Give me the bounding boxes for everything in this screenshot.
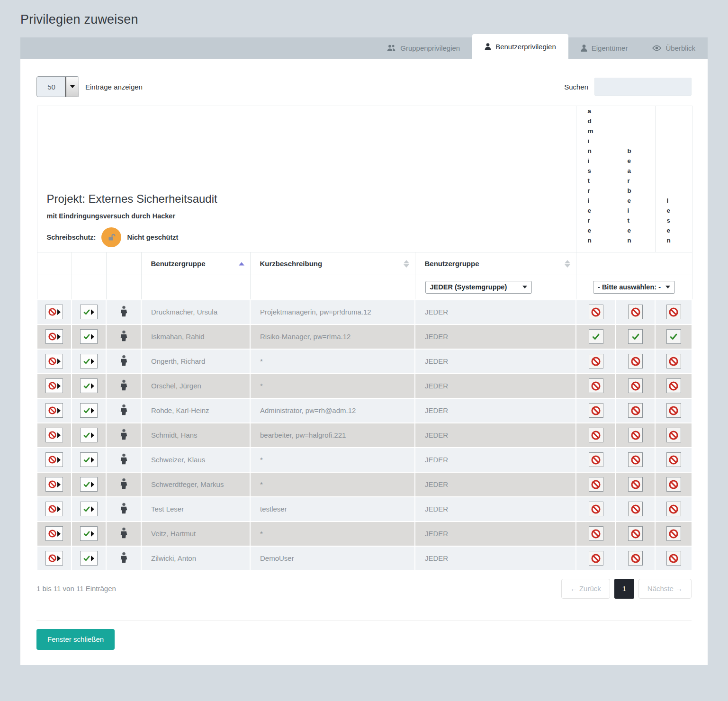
apply-arrow-icon [91, 309, 94, 315]
allow-all-row-button[interactable] [80, 502, 98, 516]
allow-all-row-button[interactable] [80, 329, 98, 344]
user-detail-button[interactable] [120, 379, 127, 391]
privilege-bearbeiten-toggle[interactable] [628, 305, 643, 319]
privilege-bearbeiten-toggle[interactable] [628, 526, 643, 541]
deny-all-row-button[interactable] [45, 354, 63, 368]
user-detail-button[interactable] [120, 404, 127, 415]
privilege-lesen-toggle[interactable] [666, 354, 681, 368]
privilege-administrieren-toggle[interactable] [589, 329, 603, 344]
privilege-filter-select[interactable]: - Bitte auswählen: - [593, 281, 675, 294]
privilege-administrieren-toggle[interactable] [589, 403, 603, 418]
allow-all-row-button[interactable] [80, 428, 98, 442]
privilege-lesen-toggle[interactable] [666, 502, 681, 516]
allow-all-row-button[interactable] [80, 477, 98, 492]
apply-arrow-icon [91, 334, 94, 340]
privilege-administrieren-toggle[interactable] [589, 354, 603, 368]
deny-all-row-button[interactable] [45, 428, 63, 442]
allow-all-row-button[interactable] [80, 403, 98, 418]
privilege-administrieren-toggle[interactable] [589, 305, 603, 319]
deny-icon [669, 307, 678, 317]
current-page-button[interactable]: 1 [614, 579, 634, 599]
user-detail-button[interactable] [120, 355, 127, 366]
user-detail-button[interactable] [120, 503, 127, 514]
deny-all-row-button[interactable] [45, 452, 63, 467]
deny-all-row-button[interactable] [45, 403, 63, 418]
group-filter-select[interactable]: JEDER (Systemgruppe) [425, 281, 532, 294]
user-detail-button[interactable] [120, 306, 127, 317]
person-icon [120, 552, 127, 563]
deny-icon [48, 406, 56, 414]
deny-icon [591, 455, 601, 465]
unlock-icon[interactable] [101, 227, 121, 247]
privilege-administrieren-toggle[interactable] [589, 477, 603, 492]
deny-all-row-button[interactable] [45, 305, 63, 319]
privilege-lesen-toggle[interactable] [666, 403, 681, 418]
privilege-bearbeiten-toggle[interactable] [628, 354, 643, 368]
allow-all-row-button[interactable] [80, 378, 98, 393]
privilege-bearbeiten-toggle[interactable] [628, 403, 643, 418]
privilege-lesen-toggle[interactable] [666, 378, 681, 393]
user-detail-button[interactable] [120, 330, 127, 342]
deny-all-row-button[interactable] [45, 329, 63, 344]
user-detail-button[interactable] [120, 552, 127, 563]
privilege-lesen-toggle[interactable] [666, 526, 681, 541]
allow-all-row-button[interactable] [80, 452, 98, 467]
privilege-bearbeiten-toggle[interactable] [628, 378, 643, 393]
privilege-bearbeiten-toggle[interactable] [628, 551, 643, 566]
column-lesen: lesen [655, 106, 692, 252]
privilege-bearbeiten-toggle[interactable] [628, 452, 643, 467]
user-detail-button[interactable] [120, 453, 127, 465]
privilege-administrieren-toggle[interactable] [589, 526, 603, 541]
deny-all-row-button[interactable] [45, 378, 63, 393]
deny-icon [631, 455, 640, 465]
header-kurzbeschreibung[interactable]: Kurzbeschreibung [250, 252, 415, 275]
tab-ueberblick[interactable]: Überblick [640, 37, 708, 59]
privilege-lesen-toggle[interactable] [666, 329, 681, 344]
privilege-lesen-toggle[interactable] [666, 477, 681, 492]
privileges-table: Projekt: Externes Sicherheitsaudit mit E… [36, 106, 692, 571]
page-size-select[interactable]: 50 [36, 76, 79, 97]
page-size-value: 50 [37, 77, 66, 97]
privilege-lesen-toggle[interactable] [666, 452, 681, 467]
privilege-bearbeiten-toggle[interactable] [628, 428, 643, 442]
search-input[interactable] [594, 78, 692, 96]
privilege-lesen-toggle[interactable] [666, 551, 681, 566]
allow-all-row-button[interactable] [80, 305, 98, 319]
next-page-button[interactable]: Nächste → [638, 579, 692, 599]
privilege-administrieren-toggle[interactable] [589, 452, 603, 467]
user-detail-button[interactable] [120, 527, 127, 539]
privilege-administrieren-toggle[interactable] [589, 378, 603, 393]
tab-eigentuemer[interactable]: Eigentümer [568, 37, 640, 59]
pagination: ← Zurück 1 Nächste → [561, 579, 692, 599]
header-benutzergruppe-name[interactable]: Benutzergruppe [141, 252, 250, 275]
tab-label: Überblick [665, 44, 695, 52]
page-title: Privilegien zuweisen [0, 0, 728, 37]
allow-all-row-button[interactable] [80, 354, 98, 368]
tab-benutzerprivilegien[interactable]: Benutzerprivilegien [472, 34, 568, 59]
user-detail-button[interactable] [120, 478, 127, 489]
check-icon [83, 530, 90, 537]
privilege-bearbeiten-toggle[interactable] [628, 477, 643, 492]
allow-all-row-button[interactable] [80, 551, 98, 566]
deny-all-row-button[interactable] [45, 477, 63, 492]
tab-gruppenprivilegien[interactable]: Gruppenprivilegien [375, 37, 472, 59]
person-icon [120, 355, 127, 366]
apply-arrow-icon [57, 309, 61, 315]
close-window-button[interactable]: Fenster schließen [36, 629, 115, 650]
previous-page-button[interactable]: ← Zurück [561, 579, 610, 599]
deny-all-row-button[interactable] [45, 551, 63, 566]
privilege-administrieren-toggle[interactable] [589, 502, 603, 516]
privilege-lesen-toggle[interactable] [666, 428, 681, 442]
user-detail-button[interactable] [120, 429, 127, 440]
privilege-lesen-toggle[interactable] [666, 305, 681, 319]
allow-all-row-button[interactable] [80, 526, 98, 541]
group-cell: JEDER [415, 349, 576, 374]
deny-all-row-button[interactable] [45, 526, 63, 541]
privilege-bearbeiten-toggle[interactable] [628, 502, 643, 516]
privilege-administrieren-toggle[interactable] [589, 551, 603, 566]
privilege-bearbeiten-toggle[interactable] [628, 329, 643, 344]
privilege-administrieren-toggle[interactable] [589, 428, 603, 442]
header-benutzergruppe[interactable]: Benutzergruppe [415, 252, 576, 275]
deny-all-row-button[interactable] [45, 502, 63, 516]
deny-icon [631, 554, 640, 563]
